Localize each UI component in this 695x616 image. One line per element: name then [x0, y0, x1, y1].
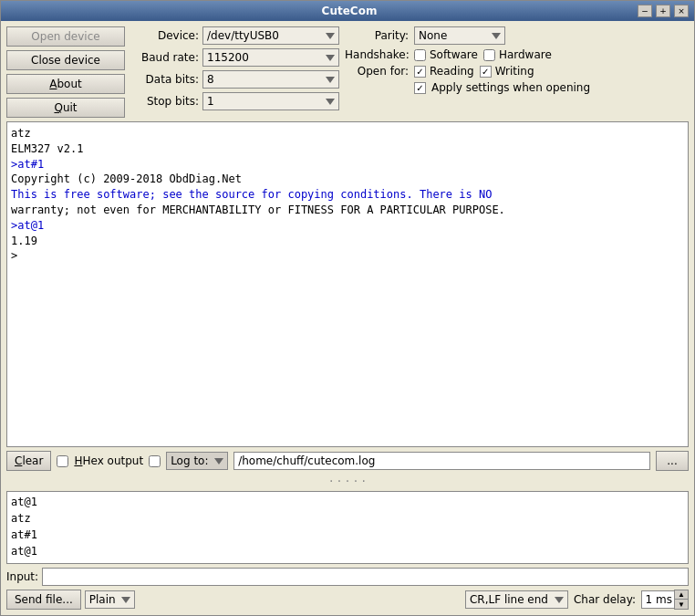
quit-button[interactable]: Quit: [6, 98, 125, 118]
stopbits-label: Stop bits:: [130, 95, 199, 108]
char-delay-label: Char delay:: [574, 593, 636, 606]
handshake-label: Handshake:: [345, 48, 409, 61]
writing-label: Writing: [495, 65, 534, 78]
history-item[interactable]: at#1: [11, 527, 684, 543]
bottom-controls: Clear HHex output Log to: /home/chuff/cu…: [6, 451, 689, 471]
parity-row: Parity: None: [345, 26, 590, 45]
apply-checkbox[interactable]: ✓: [414, 82, 426, 94]
apply-row: ✓ Apply settings when opening: [345, 81, 590, 94]
handshake-row: Handshake: Software Hardware: [345, 48, 590, 61]
hex-output-label: HHex output: [74, 454, 143, 467]
maximize-button[interactable]: +: [656, 5, 670, 17]
command-history[interactable]: at@1atzat#1at@1: [6, 491, 689, 564]
send-file-button[interactable]: Send file...: [6, 590, 81, 610]
send-row-right: CR,LF line end Char delay: ▲ ▼: [465, 590, 689, 610]
history-item[interactable]: atz: [11, 510, 684, 527]
writing-checkbox[interactable]: ✓: [480, 66, 492, 78]
input-row: Input:: [6, 568, 689, 586]
send-row: Send file... Plain CR,LF line end Char d…: [6, 590, 689, 610]
log-path-input[interactable]: /home/chuff/cutecom.log: [233, 452, 650, 470]
databits-row: Data bits: 8: [130, 70, 339, 89]
baud-select[interactable]: 115200: [202, 48, 339, 67]
software-label: Software: [430, 48, 478, 61]
stopbits-select[interactable]: 1: [202, 92, 339, 110]
hardware-label: Hardware: [499, 48, 552, 61]
apply-label: Apply settings when opening: [431, 81, 590, 94]
input-label: Input:: [6, 570, 38, 583]
char-delay-spinner: ▲ ▼: [674, 590, 689, 610]
parity-select[interactable]: None: [414, 26, 505, 45]
browse-button[interactable]: ...: [656, 451, 689, 471]
hardware-checkbox-group: Hardware: [483, 48, 552, 61]
device-settings: Device: /dev/ttyUSB0 Baud rate: 115200 D…: [130, 26, 339, 118]
close-button[interactable]: ×: [674, 5, 689, 17]
baud-label: Baud rate:: [130, 51, 199, 64]
device-row: Device: /dev/ttyUSB0: [130, 26, 339, 45]
line-end-select[interactable]: CR,LF line end: [465, 590, 568, 609]
open-for-row: Open for: ✓ Reading ✓ Writing: [345, 65, 590, 78]
hex-output-checkbox[interactable]: [57, 455, 68, 467]
window-title: CuteCom: [61, 5, 638, 17]
reading-checkbox-group: ✓ Reading: [414, 65, 474, 78]
clear-button[interactable]: Clear: [6, 451, 51, 471]
software-checkbox[interactable]: [414, 49, 426, 61]
hardware-checkbox[interactable]: [483, 49, 495, 61]
close-device-button[interactable]: Close device: [6, 50, 125, 70]
baud-row: Baud rate: 115200: [130, 48, 339, 67]
quit-label: uit: [63, 101, 78, 114]
databits-select[interactable]: 8: [202, 70, 339, 89]
minimize-button[interactable]: −: [638, 5, 652, 17]
terminal-output[interactable]: atzELM327 v2.1>at#1Copyright (c) 2009-20…: [6, 121, 689, 447]
left-buttons: Open device Close device About Quit: [6, 26, 125, 118]
format-select[interactable]: Plain: [85, 590, 135, 609]
settings-panel: Device: /dev/ttyUSB0 Baud rate: 115200 D…: [130, 26, 689, 118]
char-delay-input[interactable]: [641, 590, 674, 609]
titlebar: CuteCom − + ×: [1, 1, 694, 21]
history-item[interactable]: at@1: [11, 494, 684, 510]
command-input[interactable]: [42, 568, 689, 586]
char-delay-control: ▲ ▼: [641, 590, 689, 610]
software-checkbox-group: Software: [414, 48, 478, 61]
device-label: Device:: [130, 29, 199, 42]
about-label: bout: [57, 78, 81, 90]
about-button[interactable]: About: [6, 74, 125, 94]
reading-label: Reading: [430, 65, 474, 78]
char-delay-up[interactable]: ▲: [675, 590, 688, 600]
databits-label: Data bits:: [130, 73, 199, 86]
reading-checkbox[interactable]: ✓: [414, 66, 426, 78]
dots-separator: · · · · ·: [6, 475, 689, 487]
device-select[interactable]: /dev/ttyUSB0: [202, 26, 339, 45]
main-window: CuteCom − + × Open device Close device A…: [0, 0, 695, 616]
history-item[interactable]: at@1: [11, 543, 684, 559]
log-to-select[interactable]: Log to:: [166, 452, 228, 470]
right-settings: Parity: None Handshake: Software: [345, 26, 590, 118]
log-enable-checkbox[interactable]: [149, 455, 161, 467]
top-section: Open device Close device About Quit Devi…: [6, 26, 689, 118]
stopbits-row: Stop bits: 1: [130, 92, 339, 110]
open-for-label: Open for:: [345, 65, 409, 78]
open-device-button[interactable]: Open device: [6, 26, 125, 47]
window-controls: − + ×: [638, 5, 689, 17]
parity-label: Parity:: [345, 29, 409, 42]
writing-checkbox-group: ✓ Writing: [480, 65, 534, 78]
char-delay-down[interactable]: ▼: [675, 600, 688, 609]
main-content: Open device Close device About Quit Devi…: [1, 21, 694, 615]
clear-label: lear: [22, 454, 43, 467]
